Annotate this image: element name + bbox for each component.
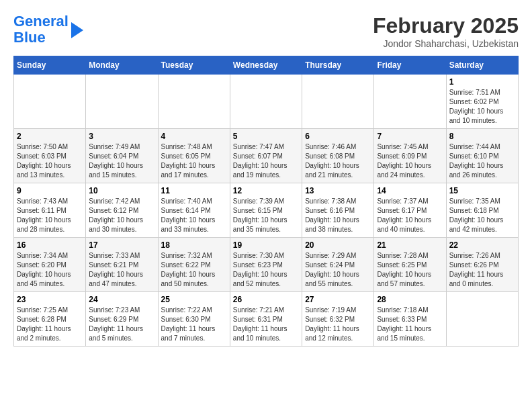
day-info: Sunrise: 7:32 AM Sunset: 6:22 PM Dayligh…	[161, 251, 227, 289]
calendar-cell: 4Sunrise: 7:48 AM Sunset: 6:05 PM Daylig…	[158, 129, 230, 183]
logo-text: General Blue	[13, 13, 69, 46]
day-number: 3	[89, 132, 154, 141]
day-info: Sunrise: 7:33 AM Sunset: 6:21 PM Dayligh…	[89, 251, 154, 289]
calendar-cell: 14Sunrise: 7:37 AM Sunset: 6:17 PM Dayli…	[374, 183, 446, 238]
day-number: 20	[305, 240, 371, 250]
header-thursday: Thursday	[302, 56, 374, 75]
day-number: 12	[233, 186, 299, 195]
day-number: 28	[377, 295, 443, 304]
calendar-cell: 6Sunrise: 7:46 AM Sunset: 6:08 PM Daylig…	[302, 129, 374, 183]
day-number: 25	[161, 295, 227, 304]
header-sunday: Sunday	[14, 56, 86, 75]
day-info: Sunrise: 7:42 AM Sunset: 6:12 PM Dayligh…	[89, 197, 154, 234]
header-saturday: Saturday	[446, 56, 518, 75]
day-number: 13	[305, 186, 371, 195]
calendar-cell: 22Sunrise: 7:26 AM Sunset: 6:26 PM Dayli…	[446, 238, 518, 292]
day-info: Sunrise: 7:28 AM Sunset: 6:25 PM Dayligh…	[377, 251, 443, 289]
calendar-week-2: 2Sunrise: 7:50 AM Sunset: 6:03 PM Daylig…	[14, 129, 519, 183]
calendar-cell: 21Sunrise: 7:28 AM Sunset: 6:25 PM Dayli…	[374, 238, 446, 292]
day-number: 26	[233, 295, 299, 304]
calendar-week-3: 9Sunrise: 7:43 AM Sunset: 6:11 PM Daylig…	[14, 183, 519, 238]
calendar-header-row: SundayMondayTuesdayWednesdayThursdayFrid…	[14, 56, 519, 75]
day-info: Sunrise: 7:25 AM Sunset: 6:28 PM Dayligh…	[17, 306, 83, 343]
calendar-cell: 15Sunrise: 7:35 AM Sunset: 6:18 PM Dayli…	[446, 183, 518, 238]
calendar-cell	[230, 75, 302, 129]
day-info: Sunrise: 7:49 AM Sunset: 6:04 PM Dayligh…	[89, 142, 154, 180]
day-number: 27	[305, 295, 371, 304]
day-number: 9	[17, 186, 83, 195]
day-info: Sunrise: 7:22 AM Sunset: 6:30 PM Dayligh…	[161, 306, 227, 343]
day-number: 24	[89, 295, 154, 304]
calendar-week-1: 1Sunrise: 7:51 AM Sunset: 6:02 PM Daylig…	[14, 75, 519, 129]
logo-blue: Blue	[13, 29, 46, 46]
day-number: 15	[449, 186, 515, 195]
calendar-cell	[374, 75, 446, 129]
calendar-cell: 19Sunrise: 7:30 AM Sunset: 6:23 PM Dayli…	[230, 238, 302, 292]
day-number: 6	[305, 132, 371, 141]
logo-general: General	[13, 13, 69, 30]
calendar-week-4: 16Sunrise: 7:34 AM Sunset: 6:20 PM Dayli…	[14, 238, 519, 292]
day-info: Sunrise: 7:48 AM Sunset: 6:05 PM Dayligh…	[161, 142, 227, 180]
day-number: 21	[377, 240, 443, 250]
day-info: Sunrise: 7:43 AM Sunset: 6:11 PM Dayligh…	[17, 197, 83, 234]
logo-arrow-icon	[71, 22, 83, 38]
day-info: Sunrise: 7:50 AM Sunset: 6:03 PM Dayligh…	[17, 142, 83, 180]
day-number: 10	[89, 186, 154, 195]
day-info: Sunrise: 7:19 AM Sunset: 6:32 PM Dayligh…	[305, 306, 371, 343]
day-number: 2	[17, 132, 83, 141]
day-info: Sunrise: 7:23 AM Sunset: 6:29 PM Dayligh…	[89, 306, 154, 343]
calendar-cell: 9Sunrise: 7:43 AM Sunset: 6:11 PM Daylig…	[14, 183, 86, 238]
day-info: Sunrise: 7:51 AM Sunset: 6:02 PM Dayligh…	[449, 88, 515, 126]
calendar-cell: 25Sunrise: 7:22 AM Sunset: 6:30 PM Dayli…	[158, 292, 230, 347]
day-info: Sunrise: 7:30 AM Sunset: 6:23 PM Dayligh…	[233, 251, 299, 289]
calendar-cell: 11Sunrise: 7:40 AM Sunset: 6:14 PM Dayli…	[158, 183, 230, 238]
calendar-cell	[158, 75, 230, 129]
day-number: 22	[449, 240, 515, 250]
calendar-cell: 7Sunrise: 7:45 AM Sunset: 6:09 PM Daylig…	[374, 129, 446, 183]
calendar-cell	[446, 292, 518, 347]
calendar-cell: 27Sunrise: 7:19 AM Sunset: 6:32 PM Dayli…	[302, 292, 374, 347]
calendar-cell: 28Sunrise: 7:18 AM Sunset: 6:33 PM Dayli…	[374, 292, 446, 347]
header-monday: Monday	[86, 56, 158, 75]
header: General Blue February 2025 Jondor Shahar…	[13, 13, 519, 49]
day-number: 4	[161, 132, 227, 141]
day-info: Sunrise: 7:44 AM Sunset: 6:10 PM Dayligh…	[449, 142, 515, 180]
day-number: 17	[89, 240, 154, 250]
day-info: Sunrise: 7:39 AM Sunset: 6:15 PM Dayligh…	[233, 197, 299, 234]
day-number: 16	[17, 240, 83, 250]
day-info: Sunrise: 7:37 AM Sunset: 6:17 PM Dayligh…	[377, 197, 443, 234]
calendar-cell	[302, 75, 374, 129]
calendar-cell: 16Sunrise: 7:34 AM Sunset: 6:20 PM Dayli…	[14, 238, 86, 292]
title-block: February 2025 Jondor Shaharchasi, Uzbeki…	[373, 13, 519, 49]
calendar-cell: 10Sunrise: 7:42 AM Sunset: 6:12 PM Dayli…	[86, 183, 158, 238]
day-number: 8	[449, 132, 515, 141]
logo: General Blue	[13, 13, 83, 46]
calendar-cell: 1Sunrise: 7:51 AM Sunset: 6:02 PM Daylig…	[446, 75, 518, 129]
calendar-cell: 23Sunrise: 7:25 AM Sunset: 6:28 PM Dayli…	[14, 292, 86, 347]
calendar-cell: 20Sunrise: 7:29 AM Sunset: 6:24 PM Dayli…	[302, 238, 374, 292]
calendar-cell	[86, 75, 158, 129]
calendar-cell: 13Sunrise: 7:38 AM Sunset: 6:16 PM Dayli…	[302, 183, 374, 238]
calendar-cell: 24Sunrise: 7:23 AM Sunset: 6:29 PM Dayli…	[86, 292, 158, 347]
location-subtitle: Jondor Shaharchasi, Uzbekistan	[373, 38, 519, 49]
calendar-cell	[14, 75, 86, 129]
day-info: Sunrise: 7:47 AM Sunset: 6:07 PM Dayligh…	[233, 142, 299, 180]
calendar-cell: 5Sunrise: 7:47 AM Sunset: 6:07 PM Daylig…	[230, 129, 302, 183]
calendar-cell: 3Sunrise: 7:49 AM Sunset: 6:04 PM Daylig…	[86, 129, 158, 183]
calendar-cell: 2Sunrise: 7:50 AM Sunset: 6:03 PM Daylig…	[14, 129, 86, 183]
day-info: Sunrise: 7:40 AM Sunset: 6:14 PM Dayligh…	[161, 197, 227, 234]
day-info: Sunrise: 7:29 AM Sunset: 6:24 PM Dayligh…	[305, 251, 371, 289]
day-info: Sunrise: 7:34 AM Sunset: 6:20 PM Dayligh…	[17, 251, 83, 289]
day-number: 7	[377, 132, 443, 141]
day-number: 5	[233, 132, 299, 141]
day-info: Sunrise: 7:38 AM Sunset: 6:16 PM Dayligh…	[305, 197, 371, 234]
calendar-cell: 8Sunrise: 7:44 AM Sunset: 6:10 PM Daylig…	[446, 129, 518, 183]
header-tuesday: Tuesday	[158, 56, 230, 75]
day-number: 19	[233, 240, 299, 250]
calendar-cell: 17Sunrise: 7:33 AM Sunset: 6:21 PM Dayli…	[86, 238, 158, 292]
header-wednesday: Wednesday	[230, 56, 302, 75]
day-number: 18	[161, 240, 227, 250]
calendar-week-5: 23Sunrise: 7:25 AM Sunset: 6:28 PM Dayli…	[14, 292, 519, 347]
day-number: 1	[449, 77, 515, 87]
day-info: Sunrise: 7:21 AM Sunset: 6:31 PM Dayligh…	[233, 306, 299, 343]
